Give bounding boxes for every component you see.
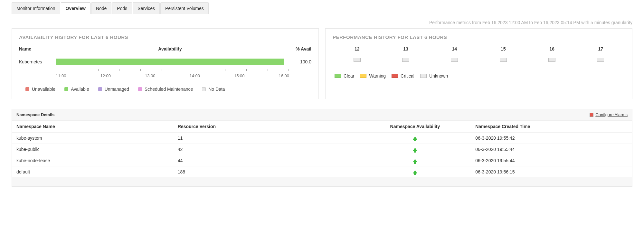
legend-swatch-critical: [392, 74, 398, 78]
up-arrow-icon: [413, 136, 417, 140]
cell-namespace-created: 06-3-2020 19:55:44: [471, 144, 632, 155]
perf-cell[interactable]: [354, 58, 361, 62]
legend-label: Critical: [401, 73, 414, 79]
tick-label: 14:00: [189, 73, 200, 78]
availability-panel: AVAILABILITY HISTORY FOR LAST 6 HOURS Na…: [12, 28, 319, 99]
tick-label: 12:00: [100, 73, 111, 78]
up-arrow-icon: [413, 170, 417, 173]
configure-alarms-link[interactable]: Configure Alarms: [590, 112, 628, 117]
availability-title: AVAILABILITY HISTORY FOR LAST 6 HOURS: [19, 34, 311, 40]
perf-hour: 16: [527, 46, 576, 51]
tick-label: 16:00: [279, 73, 289, 78]
namespace-section: Namespace Details Configure Alarms Names…: [12, 109, 632, 187]
legend-swatch-available: [64, 87, 68, 91]
up-arrow-icon: [413, 159, 417, 162]
tab-services[interactable]: Services: [133, 2, 160, 14]
legend-swatch-unmanaged: [98, 87, 102, 91]
cell-namespace-created: 06-3-2020 19:55:42: [471, 133, 632, 144]
perf-hour: 12: [333, 46, 381, 51]
perf-hour: 14: [430, 46, 479, 51]
perf-cell[interactable]: [451, 58, 458, 62]
table-row[interactable]: kube-public4206-3-2020 19:55:44: [12, 144, 632, 155]
col-resource-version[interactable]: Resource Version: [173, 121, 359, 133]
tick-label: 15:00: [234, 73, 245, 78]
up-arrow-icon: [413, 148, 417, 151]
cell-namespace-created: 06-3-2020 19:55:44: [471, 155, 632, 166]
namespace-table: Namespace Name Resource Version Namespac…: [12, 121, 632, 177]
perf-cell[interactable]: [402, 58, 409, 62]
legend-label: No Data: [208, 87, 225, 92]
table-row[interactable]: kube-system1106-3-2020 19:55:42: [12, 133, 632, 144]
col-namespace-name[interactable]: Namespace Name: [12, 121, 173, 133]
legend-label: Warning: [369, 73, 386, 79]
perf-cell[interactable]: [500, 58, 507, 62]
tick-label: 11:00: [56, 73, 66, 78]
legend-label: Clear: [344, 73, 354, 79]
perf-cell[interactable]: [597, 58, 604, 62]
perf-hour: 13: [381, 46, 430, 51]
col-name: Name: [19, 46, 54, 51]
legend-swatch-maintenance: [138, 87, 142, 91]
metrics-range-text: Performance metrics from Feb 16,2023 12:…: [0, 14, 644, 28]
col-availability: Availability: [54, 46, 286, 51]
table-row[interactable]: default18806-3-2020 19:56:15: [12, 166, 632, 178]
legend-label: Unmanaged: [105, 87, 129, 92]
cell-namespace-availability: [359, 144, 471, 155]
cell-resource-version: 188: [173, 166, 359, 178]
performance-grid: 12 13 14 15 16 17: [333, 46, 625, 62]
cell-namespace-name: kube-system: [12, 133, 173, 144]
alarm-icon: [590, 113, 593, 117]
cell-resource-version: 42: [173, 144, 359, 155]
col-namespace-created[interactable]: Namespace Created Time: [471, 121, 632, 133]
legend-swatch-clear: [335, 74, 341, 78]
perf-hour: 15: [479, 46, 527, 51]
performance-panel: PERFORMANCE HISTORY FOR LAST 6 HOURS 12 …: [325, 28, 632, 99]
perf-cell[interactable]: [548, 58, 555, 62]
legend-label: Available: [71, 87, 89, 92]
tab-bar: Monitor Information Overview Node Pods S…: [0, 0, 644, 14]
cell-namespace-created: 06-3-2020 19:56:15: [471, 166, 632, 178]
legend-label: Unknown: [429, 73, 448, 79]
perf-hour: 17: [576, 46, 625, 51]
legend-swatch-warning: [360, 74, 366, 78]
availability-axis: 11:00 12:00 13:00 14:00 15:00 16:00: [56, 69, 310, 78]
col-pct-avail: % Avail: [286, 46, 311, 51]
cell-resource-version: 11: [173, 133, 359, 144]
legend-swatch-unknown: [420, 74, 427, 78]
tab-node[interactable]: Node: [91, 2, 111, 14]
availability-row-pct: 100.0: [286, 59, 311, 64]
availability-legend: Unavailable Available Unmanaged Schedule…: [19, 87, 311, 92]
cell-namespace-name: kube-public: [12, 144, 173, 155]
cell-namespace-name: kube-node-lease: [12, 155, 173, 166]
tab-pods[interactable]: Pods: [112, 2, 132, 14]
availability-row-kubernetes: Kubernetes 100.0: [19, 57, 311, 67]
performance-title: PERFORMANCE HISTORY FOR LAST 6 HOURS: [333, 34, 625, 40]
namespace-title: Namespace Details: [16, 112, 55, 117]
cell-namespace-availability: [359, 133, 471, 144]
tick-label: 13:00: [145, 73, 156, 78]
availability-header-row: Name Availability % Avail: [19, 46, 311, 57]
legend-label: Unavailable: [32, 87, 55, 92]
cell-namespace-name: default: [12, 166, 173, 178]
availability-bar[interactable]: [56, 59, 284, 65]
legend-swatch-nodata: [202, 87, 206, 91]
col-namespace-availability[interactable]: Namespace Availability: [359, 121, 471, 133]
cell-resource-version: 44: [173, 155, 359, 166]
tab-persistent-volumes[interactable]: Persistent Volumes: [160, 2, 209, 14]
namespace-footer: [12, 177, 632, 186]
tab-monitor-information[interactable]: Monitor Information: [12, 2, 60, 14]
legend-swatch-unavailable: [25, 87, 29, 91]
availability-row-name: Kubernetes: [19, 59, 54, 64]
cell-namespace-availability: [359, 166, 471, 178]
tab-overview[interactable]: Overview: [61, 2, 90, 14]
cell-namespace-availability: [359, 155, 471, 166]
configure-alarms-label: Configure Alarms: [595, 112, 628, 117]
performance-legend: Clear Warning Critical Unknown: [333, 73, 625, 79]
legend-label: Scheduled Maintenance: [145, 87, 193, 92]
table-row[interactable]: kube-node-lease4406-3-2020 19:55:44: [12, 155, 632, 166]
